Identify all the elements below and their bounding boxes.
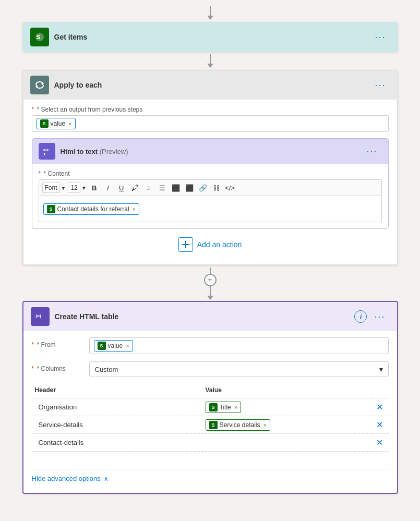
font-selector[interactable]: Font ▼ [42, 183, 66, 193]
hide-advanced-label: Hide advanced options [32, 475, 101, 482]
header-input-3[interactable] [35, 436, 199, 449]
image-button[interactable]: ⛓ [211, 182, 222, 193]
create-html-table-card: {α} Create HTML table i ··· * * From S v… [22, 301, 398, 494]
header-cell-1[interactable] [32, 398, 202, 416]
columns-label: * * Columns [32, 361, 89, 372]
hide-advanced-options[interactable]: Hide advanced options ∧ [32, 475, 389, 482]
chevron-up-icon: ∧ [104, 475, 109, 482]
font-dropdown-arrow[interactable]: ▼ [61, 185, 66, 191]
html-table-title: Create HTML table [55, 312, 355, 321]
link-button[interactable]: 🔗 [197, 182, 209, 193]
header-cell-3[interactable] [32, 434, 202, 452]
get-items-title: Get items [54, 33, 371, 41]
delete-row-3[interactable]: ✕ [376, 438, 383, 447]
get-items-more[interactable]: ··· [370, 30, 390, 45]
html-table-icon: {α} [31, 307, 50, 326]
info-button[interactable]: i [354, 310, 367, 323]
value-token-1: S Title × [206, 402, 242, 413]
add-action-label: Add an action [197, 240, 242, 249]
html-to-text-header: </>T Html to text (Preview) ··· [32, 139, 388, 164]
loop-icon [30, 76, 49, 94]
top-arrow [207, 6, 213, 20]
header-cell-4[interactable] [32, 452, 202, 469]
value-token-icon-2: S [209, 421, 218, 429]
content-area[interactable]: S Contact details for referral × [39, 196, 382, 222]
svg-text:{α}: {α} [35, 313, 41, 318]
table-row: S Service details × ✕ [32, 416, 389, 434]
table-row: ✕ [32, 434, 389, 452]
underline-button[interactable]: U [116, 182, 127, 193]
editor-toolbar: Font ▼ 12 ▼ B I U 🖍 ≡ [39, 179, 382, 196]
delete-cell-2[interactable]: ✕ [373, 416, 389, 434]
delete-cell-4 [373, 452, 389, 469]
value-token: S value × [37, 118, 76, 129]
delete-row-2[interactable]: ✕ [376, 420, 383, 429]
from-token-icon: S [98, 342, 106, 350]
highlight-button[interactable]: 🖍 [129, 182, 141, 193]
delete-cell-3[interactable]: ✕ [373, 434, 389, 452]
value-token-icon-1: S [209, 403, 218, 411]
value-cell-4[interactable] [202, 452, 373, 469]
numbered-list-button[interactable]: ☰ [157, 182, 168, 193]
delete-row-1[interactable]: ✕ [376, 403, 383, 411]
content-token-close[interactable]: × [133, 206, 136, 212]
italic-button[interactable]: I [102, 182, 114, 193]
value-input-4[interactable] [206, 454, 370, 467]
html-to-text-body: * * Content Font ▼ 12 ▼ [32, 164, 388, 228]
value-token-close-2[interactable]: × [263, 422, 267, 428]
header-col-header: Header [32, 384, 202, 398]
apply-title: Apply to each [54, 81, 371, 89]
apply-header: Apply to each ··· [23, 70, 398, 100]
value-token-2: S Service details × [206, 419, 270, 431]
html-table-header: {α} Create HTML table i ··· [23, 302, 397, 331]
plus-button[interactable]: + [204, 274, 217, 286]
svg-text:S: S [37, 34, 40, 40]
output-token-input[interactable]: S value × [32, 115, 389, 132]
sharepoint-icon: S [30, 28, 49, 46]
columns-row: * * Columns Custom ▾ [32, 361, 389, 377]
value-input-3[interactable] [206, 436, 370, 449]
columns-dropdown-arrow: ▾ [379, 365, 383, 373]
svg-text:T: T [43, 152, 46, 156]
value-cell-2: S Service details × [202, 416, 373, 434]
bullet-list-button[interactable]: ≡ [143, 182, 154, 193]
html-to-text-title: Html to text (Preview) [61, 148, 363, 155]
arrow-1 [207, 54, 213, 68]
value-token-close-1[interactable]: × [234, 404, 237, 410]
value-col-header: Value [202, 384, 373, 398]
apply-more[interactable]: ··· [370, 78, 390, 93]
apply-body: * * Select an output from previous steps… [23, 100, 398, 265]
bold-button[interactable]: B [89, 182, 100, 193]
table-row [32, 452, 389, 469]
size-selector[interactable]: 12 ▼ [68, 183, 86, 193]
html-table-body: * * From S value × * * [23, 331, 397, 493]
token-sharepoint-icon: S [40, 119, 49, 128]
delete-cell-1[interactable]: ✕ [373, 398, 389, 416]
html-to-text-more[interactable]: ··· [362, 144, 381, 159]
from-label: * * From [32, 337, 89, 348]
svg-rect-7 [182, 244, 189, 245]
align-right-button[interactable]: ⬛ [184, 182, 195, 193]
value-cell-3[interactable] [202, 434, 373, 452]
columns-dropdown[interactable]: Custom ▾ [89, 361, 389, 377]
size-dropdown-arrow[interactable]: ▼ [81, 185, 87, 191]
add-action-row[interactable]: Add an action [32, 237, 389, 252]
get-items-header: S Get items ··· [23, 22, 398, 52]
from-input[interactable]: S value × [89, 337, 389, 354]
from-token-input[interactable]: S value × [89, 337, 389, 354]
header-input-4[interactable] [35, 454, 199, 467]
header-cell-2[interactable] [32, 416, 202, 434]
from-token-close[interactable]: × [126, 343, 129, 349]
code-button[interactable]: </> [224, 182, 236, 193]
content-token: S Contact details for referral × [43, 203, 140, 215]
html-table-more[interactable]: ··· [370, 309, 389, 324]
columns-select[interactable]: Custom ▾ [89, 361, 389, 377]
content-editor[interactable]: Font ▼ 12 ▼ B I U 🖍 ≡ [39, 179, 382, 222]
header-input-1[interactable] [35, 401, 199, 414]
select-output-label: * * Select an output from previous steps [32, 106, 389, 113]
add-action-icon [178, 237, 193, 252]
from-row: * * From S value × [32, 337, 389, 354]
token-close[interactable]: × [68, 120, 71, 127]
header-input-2[interactable] [35, 418, 199, 431]
align-left-button[interactable]: ⬛ [170, 182, 182, 193]
